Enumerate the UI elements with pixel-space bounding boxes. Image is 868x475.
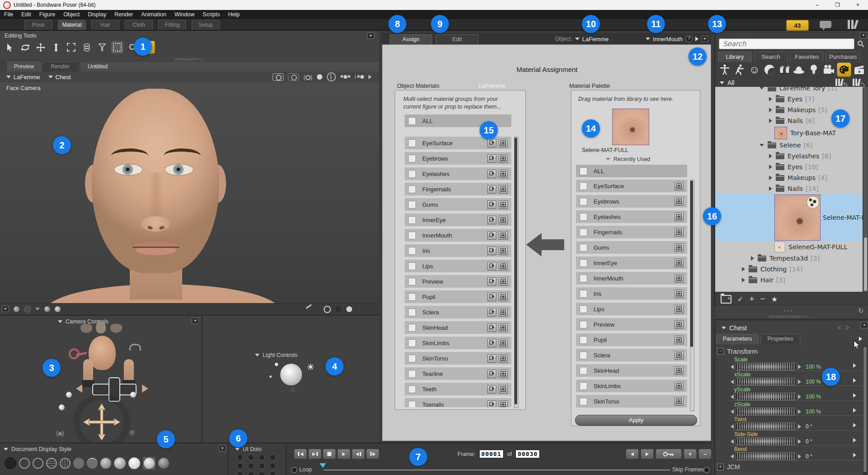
render-compare-dot[interactable] bbox=[335, 306, 341, 312]
replace-icon[interactable] bbox=[487, 323, 496, 332]
render-compare-dot[interactable] bbox=[346, 306, 352, 312]
parameter-value[interactable]: 100 % bbox=[806, 379, 821, 385]
collapse-section-icon[interactable]: − bbox=[717, 348, 724, 355]
material-row[interactable]: InnerEye bbox=[576, 256, 687, 269]
replace-icon[interactable] bbox=[487, 154, 496, 163]
add-icon[interactable]: + bbox=[749, 294, 754, 304]
checkbox[interactable] bbox=[408, 139, 416, 147]
select-tool-icon[interactable] bbox=[4, 41, 16, 53]
parameter-menu-arrow[interactable] bbox=[853, 393, 856, 398]
style-flat-lined-icon[interactable] bbox=[87, 458, 98, 469]
add-zone-icon[interactable] bbox=[675, 305, 684, 314]
room-tab[interactable]: Setup bbox=[192, 20, 220, 30]
add-zone-icon[interactable] bbox=[675, 397, 684, 406]
tab-parameters[interactable]: Parameters bbox=[716, 334, 759, 344]
replace-icon[interactable] bbox=[487, 139, 496, 147]
style-cartoon-icon[interactable] bbox=[128, 457, 140, 469]
expand-section-icon[interactable]: + bbox=[717, 464, 724, 470]
timeline-track[interactable] bbox=[324, 470, 670, 470]
add-zone-icon[interactable] bbox=[499, 200, 508, 209]
checkbox[interactable] bbox=[580, 259, 587, 267]
checkbox[interactable] bbox=[580, 213, 587, 221]
parameter-value[interactable]: 100 % bbox=[806, 408, 821, 415]
left-hand-camera-icon[interactable] bbox=[83, 359, 93, 383]
material-group-row[interactable]: InnerMouth bbox=[405, 229, 511, 242]
timeline-marker[interactable] bbox=[320, 463, 326, 468]
decrement-arrow[interactable] bbox=[731, 409, 734, 414]
parameter-value[interactable]: 0 ° bbox=[806, 423, 812, 430]
zoom-tool-icon[interactable] bbox=[127, 41, 139, 53]
camera-dot[interactable] bbox=[130, 392, 136, 398]
add-zone-icon[interactable] bbox=[675, 197, 684, 206]
parameter-dial[interactable] bbox=[736, 437, 796, 445]
ui-dot[interactable] bbox=[248, 463, 254, 469]
collapsed-arrow-icon[interactable] bbox=[769, 108, 772, 112]
remove-icon[interactable]: − bbox=[760, 294, 765, 304]
increment-arrow[interactable] bbox=[798, 424, 801, 429]
hands-icon[interactable] bbox=[778, 63, 791, 76]
replace-icon[interactable] bbox=[487, 400, 496, 408]
replace-icon[interactable] bbox=[487, 216, 496, 224]
expanded-arrow-icon[interactable] bbox=[760, 87, 764, 90]
group-icon[interactable] bbox=[340, 75, 350, 79]
checkbox[interactable] bbox=[408, 385, 416, 393]
add-zone-icon[interactable] bbox=[499, 231, 508, 240]
parameter-dial[interactable] bbox=[736, 408, 796, 415]
replace-icon[interactable] bbox=[487, 231, 496, 240]
add-zone-icon[interactable] bbox=[499, 339, 508, 347]
light-sphere[interactable] bbox=[280, 364, 302, 385]
rotate-camera-icon[interactable] bbox=[129, 344, 141, 351]
add-zone-icon[interactable] bbox=[675, 382, 684, 390]
add-key-button[interactable]: + bbox=[684, 449, 697, 459]
increment-arrow[interactable] bbox=[798, 409, 801, 414]
increment-arrow[interactable] bbox=[798, 454, 801, 459]
twist-tool-icon[interactable] bbox=[80, 41, 93, 53]
scrollbar-thumb[interactable] bbox=[863, 347, 867, 472]
collapsed-arrow-icon[interactable] bbox=[751, 256, 754, 261]
checkbox[interactable] bbox=[408, 170, 416, 178]
skip-frames-radio[interactable] bbox=[703, 467, 710, 473]
favorite-icon[interactable]: ★ bbox=[771, 295, 778, 304]
decrement-arrow[interactable] bbox=[731, 439, 734, 444]
add-zone-icon[interactable] bbox=[499, 139, 508, 147]
menu-item[interactable]: Help bbox=[224, 11, 244, 18]
hands-camera-icon[interactable] bbox=[110, 324, 122, 333]
material-group-row[interactable]: Gums bbox=[405, 198, 511, 211]
checkbox[interactable] bbox=[408, 185, 416, 193]
decrement-arrow[interactable] bbox=[731, 380, 734, 384]
style-texture-shaded-icon[interactable] bbox=[158, 458, 169, 469]
ui-dot[interactable] bbox=[259, 471, 265, 475]
checkbox[interactable] bbox=[580, 167, 587, 175]
recently-used-toggle[interactable]: Recently Used bbox=[606, 156, 650, 162]
minimize-button[interactable]: – bbox=[807, 0, 827, 10]
right-hand-camera-icon[interactable] bbox=[124, 359, 134, 383]
shadow-toggle-icon[interactable] bbox=[24, 306, 31, 313]
checkbox[interactable] bbox=[408, 262, 416, 270]
material-row[interactable]: InnerMouth bbox=[576, 272, 687, 285]
library-folder-row[interactable]: LaFemme Tory [1] bbox=[715, 87, 863, 94]
library-folder-row[interactable]: Hair [3] bbox=[715, 275, 863, 285]
dropdown-arrow-icon[interactable] bbox=[6, 76, 11, 78]
first-frame-button[interactable] bbox=[294, 449, 307, 459]
style-selected-box[interactable] bbox=[143, 457, 156, 470]
material-group-row[interactable]: SkinLimbs bbox=[405, 337, 511, 349]
material-group-row[interactable]: Pupil bbox=[405, 290, 511, 303]
tab-properties[interactable]: Properties bbox=[760, 334, 800, 344]
style-wireframe-icon[interactable] bbox=[33, 458, 43, 469]
parameter-value[interactable]: 0 ° bbox=[806, 438, 812, 445]
dropdown-arrow-icon[interactable] bbox=[646, 38, 650, 40]
checkbox[interactable] bbox=[408, 293, 416, 301]
parameter-menu-arrow[interactable] bbox=[853, 363, 856, 368]
refresh-icon[interactable]: ↻ bbox=[858, 307, 864, 315]
camera-dot[interactable] bbox=[66, 392, 72, 398]
collapse-arrow-icon[interactable] bbox=[4, 448, 8, 451]
menu-item[interactable]: Window bbox=[170, 11, 198, 18]
group-alt-icon[interactable] bbox=[355, 75, 364, 79]
camera-dot-icon[interactable] bbox=[317, 74, 322, 80]
checkbox[interactable] bbox=[408, 370, 416, 378]
menu-item[interactable]: Figure bbox=[35, 11, 59, 18]
library-tab[interactable]: Library bbox=[718, 52, 752, 62]
material-row[interactable]: EyeSurface bbox=[576, 180, 687, 192]
collapse-arrow-icon[interactable] bbox=[722, 327, 726, 329]
style-sphere-icon[interactable] bbox=[44, 306, 50, 312]
